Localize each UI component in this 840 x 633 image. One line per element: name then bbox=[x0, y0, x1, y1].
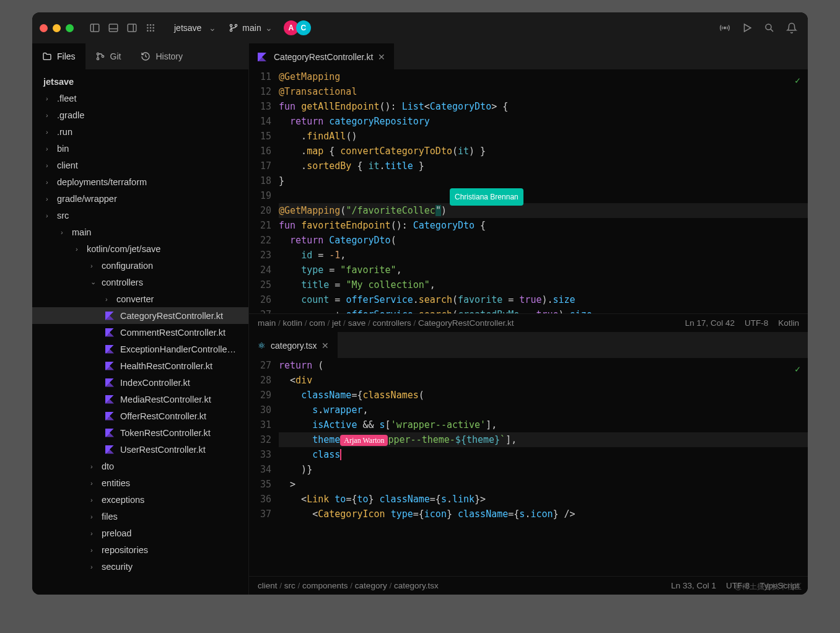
minimize-window-button[interactable] bbox=[53, 24, 61, 32]
language-mode[interactable]: Kotlin bbox=[778, 318, 799, 328]
sidebar-tab-files[interactable]: Files bbox=[32, 43, 85, 69]
svg-point-13 bbox=[150, 30, 152, 32]
svg-point-14 bbox=[152, 30, 154, 32]
close-window-button[interactable] bbox=[40, 24, 48, 32]
project-root[interactable]: jetsave bbox=[32, 73, 248, 90]
tree-item[interactable]: CommentRestController.kt bbox=[32, 324, 248, 341]
tree-item[interactable]: ›exceptions bbox=[32, 491, 248, 508]
chevron-icon: › bbox=[90, 479, 98, 487]
svg-point-20 bbox=[766, 24, 771, 30]
search-icon[interactable] bbox=[761, 19, 778, 37]
kotlin-file-icon bbox=[105, 429, 114, 437]
tree-item[interactable]: ›gradle/wrapper bbox=[32, 190, 248, 207]
tree-item[interactable]: ›entities bbox=[32, 474, 248, 491]
tree-item[interactable]: ›.fleet bbox=[32, 90, 248, 107]
tree-item[interactable]: ›preload bbox=[32, 525, 248, 541]
tree-item[interactable]: ›main bbox=[32, 224, 248, 240]
chevron-icon: › bbox=[90, 513, 98, 520]
avatar[interactable]: C bbox=[296, 20, 311, 35]
svg-rect-0 bbox=[90, 24, 99, 32]
tree-item[interactable]: CategoryRestController.kt bbox=[32, 307, 248, 324]
editor-tab[interactable]: ⚛ category.tsx ✕ bbox=[249, 332, 338, 358]
tree-item[interactable]: ›client bbox=[32, 157, 248, 173]
chevron-icon: › bbox=[90, 262, 98, 269]
tree-item[interactable]: HealthRestController.kt bbox=[32, 357, 248, 374]
panel-right-icon[interactable] bbox=[123, 19, 141, 37]
svg-point-24 bbox=[102, 55, 103, 57]
collaborator-avatars[interactable]: A C bbox=[286, 20, 311, 35]
grid-icon[interactable] bbox=[142, 19, 159, 37]
chevron-icon: › bbox=[76, 245, 83, 253]
tree-item[interactable]: ›src bbox=[32, 207, 248, 224]
kotlin-file-icon bbox=[105, 445, 114, 454]
panel-left-icon[interactable] bbox=[86, 19, 103, 37]
encoding[interactable]: UTF-8 bbox=[745, 318, 768, 328]
bell-icon[interactable] bbox=[783, 19, 800, 37]
tree-item[interactable]: OfferRestController.kt bbox=[32, 408, 248, 424]
svg-point-18 bbox=[724, 27, 726, 29]
broadcast-icon[interactable] bbox=[716, 19, 733, 37]
panel-bottom-icon[interactable] bbox=[105, 19, 122, 37]
svg-line-21 bbox=[771, 29, 773, 32]
svg-point-6 bbox=[147, 24, 149, 26]
breadcrumbs[interactable]: mainkotlincomjetsavecontrollersCategoryR… bbox=[258, 318, 514, 328]
svg-rect-4 bbox=[128, 24, 136, 32]
tree-item[interactable]: ›deployments/terraform bbox=[32, 173, 248, 190]
sidebar-tab-git[interactable]: Git bbox=[85, 43, 131, 69]
close-icon[interactable]: ✕ bbox=[378, 52, 385, 62]
window-controls bbox=[40, 24, 74, 32]
editor-status-bar: mainkotlincomjetsavecontrollersCategoryR… bbox=[249, 313, 808, 332]
sidebar-tab-history[interactable]: History bbox=[131, 43, 193, 69]
chevron-icon: › bbox=[46, 162, 53, 169]
tree-item[interactable]: IndexController.kt bbox=[32, 374, 248, 391]
chevron-icon: › bbox=[46, 128, 53, 136]
check-icon: ✓ bbox=[795, 73, 800, 88]
kotlin-file-icon bbox=[105, 312, 114, 320]
run-icon[interactable] bbox=[738, 19, 756, 37]
maximize-window-button[interactable] bbox=[66, 24, 74, 32]
tree-item[interactable]: ›security bbox=[32, 558, 248, 575]
tree-item[interactable]: ›bin bbox=[32, 140, 248, 157]
project-name[interactable]: jetsave bbox=[174, 23, 201, 33]
tree-item[interactable]: ›repositories bbox=[32, 541, 248, 558]
tree-item[interactable]: ›files bbox=[32, 508, 248, 525]
tree-item[interactable]: ›kotlin/com/jet/save bbox=[32, 240, 248, 257]
sidebar: Files Git History jetsave ›.fleet›.gradl… bbox=[32, 43, 249, 595]
tree-item[interactable]: ›converter bbox=[32, 290, 248, 307]
editor-tabs: CategoryRestController.kt ✕ bbox=[249, 43, 808, 69]
ide-window: jetsave ⌄ main ⌄ A C Files bbox=[32, 12, 808, 595]
cursor-position[interactable]: Ln 17, Col 42 bbox=[685, 318, 735, 328]
breadcrumbs[interactable]: clientsrccomponentscategorycategory.tsx bbox=[258, 581, 439, 590]
branch-name: main bbox=[242, 23, 261, 33]
chevron-down-icon[interactable]: ⌄ bbox=[209, 23, 216, 33]
chevron-icon: › bbox=[46, 212, 53, 219]
tree-item[interactable]: ⌄controllers bbox=[32, 274, 248, 290]
tree-item[interactable]: ›configuration bbox=[32, 257, 248, 274]
chevron-icon: › bbox=[46, 178, 53, 186]
close-icon[interactable]: ✕ bbox=[322, 341, 329, 351]
tree-item[interactable]: ›.run bbox=[32, 123, 248, 140]
svg-rect-2 bbox=[109, 24, 118, 32]
tree-item[interactable]: TokenRestController.kt bbox=[32, 424, 248, 441]
file-tree[interactable]: jetsave ›.fleet›.gradle›.run›bin›client›… bbox=[32, 69, 248, 595]
editor-pane-top: CategoryRestController.kt ✕ 111213141516… bbox=[249, 43, 808, 332]
react-file-icon: ⚛ bbox=[258, 341, 266, 351]
branch-icon bbox=[229, 23, 238, 33]
tree-item[interactable]: ›dto bbox=[32, 458, 248, 474]
chevron-icon: › bbox=[90, 563, 98, 570]
editor-tab[interactable]: CategoryRestController.kt ✕ bbox=[249, 43, 394, 69]
svg-point-7 bbox=[150, 24, 152, 26]
collab-cursor-label: Christiana Brennan bbox=[450, 188, 523, 206]
tree-item[interactable]: ExceptionHandlerControlle… bbox=[32, 341, 248, 357]
chevron-icon: › bbox=[46, 195, 53, 203]
tree-item[interactable]: MediaRestController.kt bbox=[32, 391, 248, 408]
kotlin-file-icon bbox=[105, 378, 114, 387]
git-branch-selector[interactable]: main ⌄ bbox=[229, 23, 272, 33]
tree-item[interactable]: UserRestController.kt bbox=[32, 441, 248, 458]
cursor-position[interactable]: Ln 33, Col 1 bbox=[671, 581, 716, 590]
svg-point-16 bbox=[230, 29, 232, 31]
tree-item[interactable]: ›.gradle bbox=[32, 107, 248, 123]
sidebar-tabs: Files Git History bbox=[32, 43, 248, 69]
code-editor[interactable]: 2728293031323334353637 return ( <div cla… bbox=[249, 358, 808, 576]
code-editor[interactable]: 1112131415161718192021222324252627 @GetM… bbox=[249, 69, 808, 313]
